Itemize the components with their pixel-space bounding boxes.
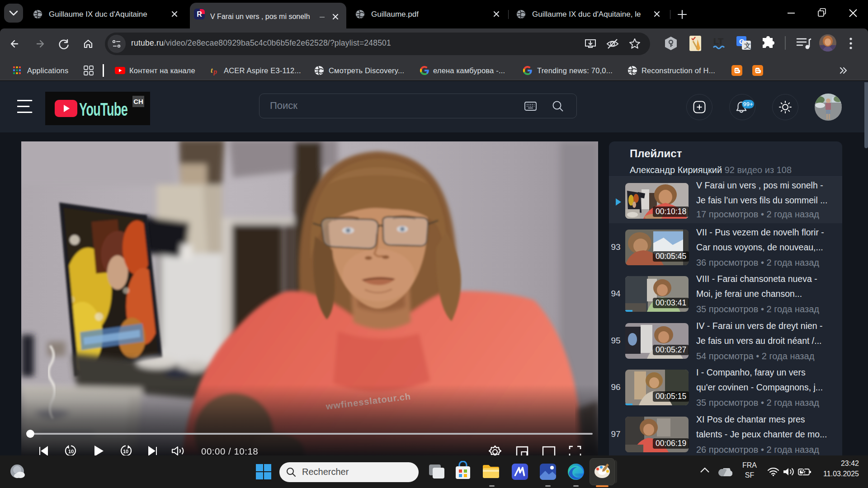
svg-text:LT: LT: [713, 37, 723, 46]
svg-text:p: p: [212, 68, 217, 75]
svg-text:10: 10: [123, 449, 128, 454]
svg-text:10: 10: [68, 449, 74, 454]
svg-text:t: t: [211, 66, 213, 74]
svg-text:文: 文: [744, 42, 751, 49]
svg-text:R: R: [197, 10, 202, 18]
